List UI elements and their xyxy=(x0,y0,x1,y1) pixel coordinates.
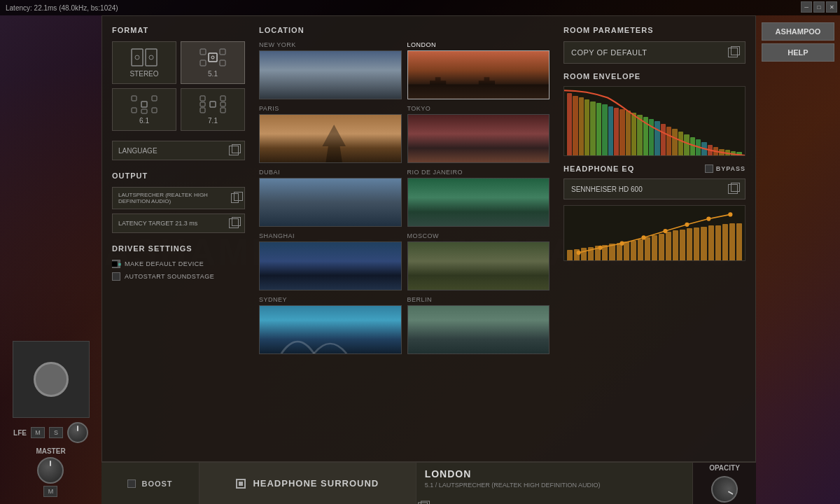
driver-settings-section: DRIVER SETTINGS ■ MAKE DEFAULT DEVICE AU… xyxy=(112,244,245,281)
boost-checkbox[interactable] xyxy=(127,479,136,488)
maximize-button[interactable]: □ xyxy=(813,1,825,13)
city-label: DUBAI xyxy=(259,169,402,176)
copy-icon-4 xyxy=(728,48,738,57)
svg-rect-11 xyxy=(132,96,136,101)
location-moscow[interactable]: MOSCOW xyxy=(407,232,550,290)
autostart-checkbox[interactable] xyxy=(112,272,120,281)
lfe-knob[interactable] xyxy=(67,422,88,443)
svg-point-5 xyxy=(211,56,214,59)
city-image xyxy=(259,305,402,354)
room-envelope-chart xyxy=(564,86,746,156)
headphone-surround-button[interactable]: HEADPHONE SURROUND xyxy=(200,463,416,504)
svg-rect-0 xyxy=(132,49,143,66)
format-6-1-button[interactable]: 6.1 xyxy=(112,88,176,131)
minimize-button[interactable]: ─ xyxy=(801,1,812,13)
make-default-row[interactable]: ■ MAKE DEFAULT DEVICE xyxy=(112,260,245,268)
room-preset-dropdown[interactable]: COPY OF DEFAULT xyxy=(564,41,746,64)
city-label: LONDON xyxy=(407,41,550,48)
language-dropdown[interactable]: LANGUAGE xyxy=(112,141,245,160)
svg-point-2 xyxy=(135,55,139,59)
eq-preset-dropdown[interactable]: SENNHEISER HD 600 xyxy=(564,178,746,200)
ashampoo-button[interactable]: ASHAMPOO xyxy=(762,22,834,41)
location-dubai[interactable]: DUBAI xyxy=(259,169,402,227)
copy-icon-3 xyxy=(229,218,239,228)
bottom-bar: BOOST HEADPHONE SURROUND LONDON 5.1 / LA… xyxy=(102,462,756,504)
format-title: FORMAT xyxy=(112,26,245,34)
lfe-section: LFE M S xyxy=(13,422,88,443)
envelope-curve xyxy=(564,87,745,156)
master-label: MASTER xyxy=(36,447,65,455)
make-default-checkbox[interactable]: ■ xyxy=(112,260,120,268)
svg-rect-22 xyxy=(220,102,225,106)
city-label: NEW YORK xyxy=(259,41,402,48)
master-m-button[interactable]: M xyxy=(43,486,57,497)
window-controls[interactable]: ─ □ ✕ xyxy=(801,1,837,13)
city-label: BERLIN xyxy=(407,296,550,303)
bypass-label: BYPASS xyxy=(716,165,746,172)
top-bar: Latency: 22.1ms (48.0kHz, bs:1024) ─ □ ✕ xyxy=(0,0,840,15)
format-stereo-button[interactable]: STEREO xyxy=(112,41,176,84)
latency-target-field[interactable]: LATENCY TARGET 21.3 ms xyxy=(112,214,245,233)
room-parameters-title: ROOM PARAMETERS xyxy=(564,26,746,34)
format-grid: STEREO 5.1 xyxy=(112,41,245,131)
opacity-knob[interactable] xyxy=(706,471,743,504)
master-row xyxy=(37,457,64,484)
format-section: FORMAT STEREO xyxy=(112,26,245,451)
location-grid: NEW YORK LONDON PARIS xyxy=(259,41,550,354)
master-section: MASTER M xyxy=(36,447,65,497)
svg-rect-20 xyxy=(220,108,225,113)
svg-rect-14 xyxy=(152,108,157,113)
bypass-checkbox-row[interactable]: BYPASS xyxy=(705,164,746,173)
location-london[interactable]: LONDON xyxy=(407,41,550,99)
right-buttons: ASHAMPOO HELP xyxy=(756,15,840,69)
svg-point-3 xyxy=(149,55,153,59)
format-7-1-button[interactable]: 7.1 xyxy=(181,88,245,131)
boost-button[interactable]: BOOST xyxy=(102,463,200,504)
location-sydney[interactable]: SYDNEY xyxy=(259,296,402,354)
left-panel: LFE M S MASTER M xyxy=(0,15,102,504)
close-button[interactable]: ✕ xyxy=(826,1,837,13)
eq-curve-dots xyxy=(564,206,745,261)
speaker-display xyxy=(13,341,90,418)
opacity-label: OPACITY xyxy=(709,464,740,472)
master-knob[interactable] xyxy=(37,457,64,484)
city-image xyxy=(259,241,402,290)
location-shanghai[interactable]: SHANGHAI xyxy=(259,232,402,290)
location-rio[interactable]: RIO DE JANEIRO xyxy=(407,169,550,227)
copy-icon xyxy=(229,146,239,155)
lfe-s-button[interactable]: S xyxy=(49,427,63,438)
help-button[interactable]: HELP xyxy=(762,43,834,62)
location-berlin[interactable]: BERLIN xyxy=(407,296,550,354)
format-5-1-button[interactable]: 5.1 xyxy=(181,41,245,84)
city-image xyxy=(259,114,402,163)
location-tokyo[interactable]: TOKYO xyxy=(407,105,550,163)
svg-rect-7 xyxy=(220,49,225,55)
bypass-checkbox[interactable] xyxy=(705,164,713,173)
autostart-row[interactable]: AUTOSTART SOUNDSTAGE xyxy=(112,272,245,281)
location-new-york[interactable]: NEW YORK xyxy=(259,41,402,99)
svg-rect-18 xyxy=(220,96,225,101)
make-default-label: MAKE DEFAULT DEVICE xyxy=(125,260,204,267)
room-envelope-title: ROOM ENVELOPE xyxy=(564,72,746,80)
headphone-eq-section: HEADPHONE EQ BYPASS xyxy=(564,164,746,173)
lfe-m-button[interactable]: M xyxy=(31,427,45,438)
driver-settings-title: DRIVER SETTINGS xyxy=(112,244,245,253)
output-device-field[interactable]: LAUTSPRECHER (REALTEK HIGH DEFINITION AU… xyxy=(112,187,245,209)
svg-rect-21 xyxy=(200,102,205,106)
location-title: LOCATION xyxy=(259,26,550,34)
active-location-name: LONDON xyxy=(425,468,684,479)
city-label: SHANGHAI xyxy=(259,232,402,239)
copy-icon-2 xyxy=(231,193,239,203)
city-image xyxy=(259,50,402,99)
city-label: SYDNEY xyxy=(259,296,402,303)
location-section: LOCATION NEW YORK LONDON PAR xyxy=(259,26,550,451)
location-status-display[interactable]: LONDON 5.1 / LAUTSPRECHER (REALTEK HIGH … xyxy=(416,463,693,504)
room-parameters-section: ROOM PARAMETERS COPY OF DEFAULT ROOM ENV… xyxy=(564,26,746,451)
city-image xyxy=(407,114,550,163)
main-panel: FORMAT STEREO xyxy=(102,15,756,462)
svg-rect-16 xyxy=(210,102,216,107)
svg-rect-17 xyxy=(200,96,205,101)
location-paris[interactable]: PARIS xyxy=(259,105,402,163)
autostart-label: AUTOSTART SOUNDSTAGE xyxy=(125,273,214,280)
svg-rect-1 xyxy=(146,49,157,66)
